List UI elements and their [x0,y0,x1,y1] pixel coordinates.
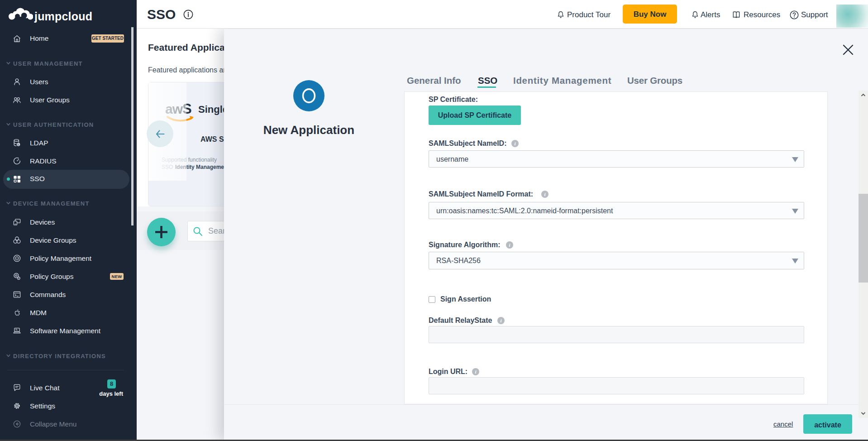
svg-text:L: L [18,143,19,146]
